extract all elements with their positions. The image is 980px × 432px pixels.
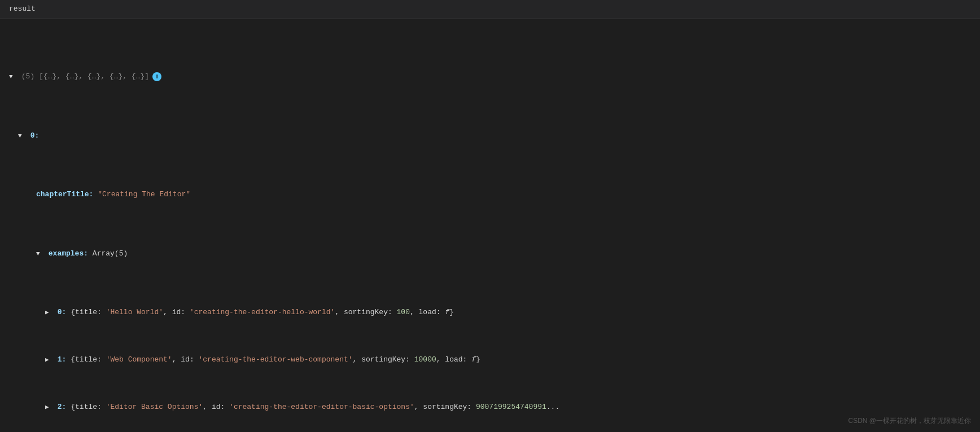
example1-arrow[interactable] <box>45 355 53 365</box>
root-line: (5) [{…}, {…}, {…}, {…}, {…}] i <box>9 70 971 82</box>
example2-label: 2: <box>53 401 66 413</box>
console-panel: result (5) [{…}, {…}, {…}, {…}, {…}] i 0… <box>0 0 980 432</box>
examples-line: examples: Array(5) <box>9 248 971 259</box>
panel-content: (5) [{…}, {…}, {…}, {…}, {…}] i 0: chapt… <box>0 19 980 432</box>
root-arrow[interactable] <box>9 72 17 82</box>
examples-key: examples: <box>44 248 88 259</box>
info-badge[interactable]: i <box>152 72 161 81</box>
panel-title: result <box>9 5 36 13</box>
item0-label: 0: <box>26 130 39 142</box>
chapterTitle-line: chapterTitle: "Creating The Editor" <box>9 188 971 200</box>
example1-label: 1: <box>53 354 66 365</box>
example2-line: 2: {title: 'Editor Basic Options', id: '… <box>9 401 971 413</box>
examples-val: Array(5) <box>93 248 128 259</box>
example0-label: 0: <box>53 306 66 318</box>
panel-header: result <box>0 0 980 19</box>
examples-arrow[interactable] <box>36 249 44 259</box>
chapterTitle-val: "Creating The Editor" <box>98 188 190 200</box>
example2-content: {title: 'Editor Basic Options', id: 'cre… <box>66 401 559 413</box>
tree-root: (5) [{…}, {…}, {…}, {…}, {…}] i 0: chapt… <box>9 24 971 432</box>
watermark: CSDN @一棵开花的树，枝芽无限靠近你 <box>848 416 971 426</box>
chapterTitle-key: chapterTitle: <box>36 188 93 200</box>
example1-content: {title: 'Web Component', id: 'creating-t… <box>66 354 480 365</box>
item0-arrow[interactable] <box>18 131 26 141</box>
root-summary: (5) [{…}, {…}, {…}, {…}, {…}] <box>17 70 149 82</box>
example0-line: 0: {title: 'Hello World', id: 'creating-… <box>9 306 971 318</box>
item0-line: 0: <box>9 130 971 142</box>
example0-arrow[interactable] <box>45 307 53 318</box>
example2-arrow[interactable] <box>45 402 53 412</box>
example1-line: 1: {title: 'Web Component', id: 'creatin… <box>9 354 971 365</box>
example0-content: {title: 'Hello World', id: 'creating-the… <box>66 306 454 318</box>
